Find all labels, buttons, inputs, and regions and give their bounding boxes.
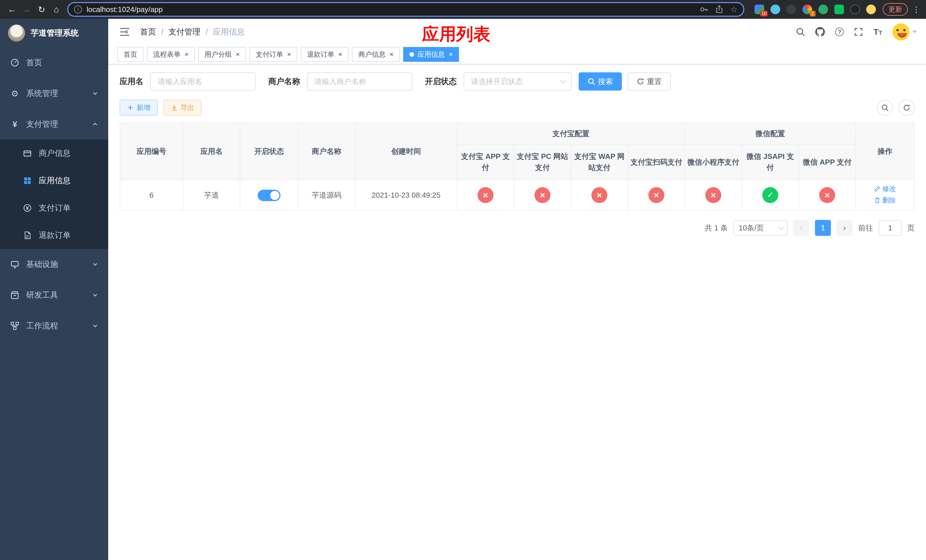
tab-home[interactable]: 首页 — [117, 47, 144, 62]
extension-icon-color[interactable]: 1 — [802, 5, 812, 14]
fullscreen-icon[interactable] — [854, 27, 863, 36]
extension-icon-apps[interactable]: 10 — [755, 5, 764, 14]
sidebar-item-workflow[interactable]: 工作流程 — [0, 310, 108, 341]
delete-link[interactable]: 删除 — [874, 195, 896, 205]
alipay-wap-status-icon — [592, 187, 607, 203]
export-button[interactable]: 导出 — [163, 100, 201, 116]
tab-user-group[interactable]: 用户分组 × — [198, 47, 246, 62]
tab-flow-form[interactable]: 流程表单 × — [147, 47, 195, 62]
prev-page-button[interactable] — [793, 220, 809, 236]
sidebar-item-label: 研发工具 — [26, 290, 58, 301]
breadcrumb-section[interactable]: 支付管理 — [169, 26, 200, 37]
sidebar-item-payment[interactable]: ¥ 支付管理 — [0, 109, 108, 139]
sidebar-item-merchant-info[interactable]: 商户信息 — [0, 139, 108, 167]
password-key-icon[interactable] — [700, 5, 708, 14]
reset-button[interactable]: 重置 — [628, 73, 671, 91]
search-icon[interactable] — [796, 27, 805, 36]
header-actions — [796, 23, 917, 41]
chevron-down-icon — [92, 292, 98, 298]
sidebar: 芋道管理系统 首页 ⚙ 系统管理 ¥ 支付管理 — [0, 19, 108, 560]
browser-refresh-button[interactable]: ↻ — [34, 2, 49, 17]
browser-back-button[interactable]: ← — [5, 2, 20, 17]
bookmark-star-icon[interactable]: ☆ — [730, 5, 737, 14]
browser-forward-button[interactable]: → — [20, 2, 34, 17]
cell-status — [240, 180, 298, 210]
breadcrumb-home[interactable]: 首页 — [140, 26, 156, 37]
page-size-value: 10条/页 — [738, 223, 764, 233]
total-count: 共 1 条 — [705, 223, 728, 233]
address-bar[interactable]: i localhost:1024/pay/app ☆ — [67, 2, 744, 17]
browser-home-button[interactable]: ⌂ — [49, 2, 64, 17]
extension-icon-green-circle[interactable] — [819, 5, 828, 14]
apps-table: 应用编号 应用名 开启状态 商户名称 创建时间 支付宝配置 微信配置 操作 支付… — [120, 123, 915, 211]
refresh-table-icon[interactable] — [899, 100, 915, 116]
browser-menu-icon[interactable]: ⋮ — [911, 5, 921, 14]
font-size-icon[interactable] — [873, 27, 882, 37]
tab-pay-orders[interactable]: 支付订单 × — [250, 47, 297, 62]
status-toggle[interactable] — [258, 190, 280, 201]
merchant-name-input[interactable] — [307, 73, 412, 91]
chevron-down-icon — [92, 262, 98, 267]
tab-close-icon[interactable]: × — [235, 51, 240, 58]
sidebar-item-app-info[interactable]: 应用信息 — [0, 167, 108, 194]
app-title: 芋道管理系统 — [31, 28, 79, 38]
sidebar-item-home[interactable]: 首页 — [0, 47, 108, 78]
tags-view-bar: 首页 流程表单 × 用户分组 × 支付订单 × 退款订单 × 商户信息 × — [108, 45, 926, 64]
page-title-annotation: 应用列表 — [422, 23, 490, 46]
tab-label: 退款订单 — [307, 50, 334, 59]
sidebar-item-refund-orders[interactable]: 退款订单 — [0, 222, 108, 249]
sidebar-item-label: 应用信息 — [39, 175, 71, 186]
app-name-input[interactable] — [150, 73, 256, 91]
site-info-icon[interactable]: i — [74, 5, 82, 14]
chrome-update-button[interactable]: 更新 — [883, 3, 908, 16]
extension-icon-pin[interactable] — [850, 5, 860, 14]
search-button[interactable]: 搜索 — [579, 73, 622, 91]
tab-close-icon[interactable]: × — [338, 51, 342, 58]
page-size-select[interactable]: 10条/页 — [734, 220, 788, 236]
sidebar-item-label: 基础设施 — [26, 259, 58, 270]
tab-close-icon[interactable]: × — [286, 51, 291, 58]
help-icon[interactable] — [835, 28, 844, 36]
current-page-button[interactable]: 1 — [815, 220, 831, 236]
tab-refund-orders[interactable]: 退款订单 × — [301, 47, 348, 62]
show-search-toggle-icon[interactable] — [877, 100, 893, 116]
github-icon[interactable] — [815, 27, 825, 37]
extension-icon-drop[interactable] — [770, 5, 780, 14]
edit-link[interactable]: 修改 — [874, 184, 896, 194]
user-menu[interactable] — [893, 23, 917, 41]
col-header-wx-mini: 微信小程序支付 — [685, 144, 742, 180]
dashboard-icon — [10, 58, 20, 67]
extension-icon-wechat[interactable] — [834, 5, 844, 14]
tab-app-info[interactable]: 应用信息 × — [403, 47, 459, 62]
sidebar-item-pay-orders[interactable]: 支付订单 — [0, 194, 108, 222]
tab-close-icon[interactable]: × — [389, 51, 393, 58]
status-select-placeholder: 请选择开启状态 — [471, 77, 523, 86]
table-toolbar: 新增 导出 — [120, 100, 915, 116]
sidebar-collapse-icon[interactable] — [117, 25, 132, 38]
url-text[interactable]: localhost:1024/pay/app — [86, 5, 695, 14]
extension-icon-emoji[interactable] — [866, 5, 876, 14]
user-menu-caret-icon — [912, 30, 917, 33]
page-unit-label: 页 — [907, 223, 915, 233]
add-button[interactable]: 新增 — [120, 100, 158, 116]
tab-close-icon[interactable]: × — [184, 51, 189, 58]
pay-order-icon — [23, 203, 32, 212]
app-logo[interactable]: 芋道管理系统 — [0, 19, 108, 47]
sidebar-item-system[interactable]: ⚙ 系统管理 — [0, 78, 108, 109]
wx-app-status-icon — [819, 187, 835, 203]
tab-merchant-info[interactable]: 商户信息 × — [352, 47, 400, 62]
next-page-button[interactable] — [837, 220, 853, 236]
status-select[interactable]: 请选择开启状态 — [464, 73, 572, 91]
sidebar-item-infra[interactable]: 基础设施 — [0, 249, 108, 280]
goto-page-input[interactable] — [879, 220, 902, 236]
sidebar-item-dev-tools[interactable]: 研发工具 — [0, 280, 108, 310]
app-name-label: 应用名 — [120, 76, 144, 87]
cell-create-time: 2021-10-23 08:49:25 — [355, 180, 457, 210]
browser-toolbar: ← → ↻ ⌂ i localhost:1024/pay/app ☆ 10 1 — [0, 0, 926, 19]
yen-icon: ¥ — [10, 120, 20, 129]
share-icon[interactable] — [715, 5, 723, 14]
sidebar-item-label: 系统管理 — [26, 88, 58, 99]
extension-icon-dark[interactable] — [787, 5, 796, 14]
breadcrumb-separator: / — [206, 27, 208, 36]
tab-close-icon[interactable]: × — [448, 51, 453, 58]
